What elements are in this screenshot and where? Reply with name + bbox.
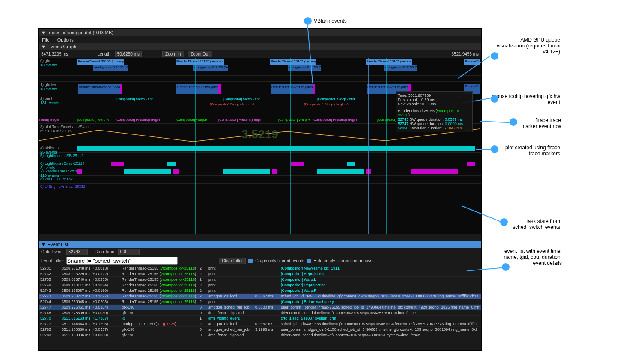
goto-event-input[interactable]	[66, 249, 88, 255]
annotation-task-state: task state from sched_switch events	[504, 218, 560, 230]
length-label: Length:	[97, 52, 111, 56]
table-row[interactable]: 527773511.144643 ms (+0.1295)amdgpu_cs:0…	[39, 321, 481, 327]
hide-empty-checkbox[interactable]	[307, 259, 311, 263]
event-filter-row: Event Filter: Clear Filter Graph only fi…	[39, 256, 481, 266]
track-lighthouse-usb[interactable]: 5) LighthouseUSB-25112	[39, 153, 481, 160]
table-row[interactable]: 527703511.015163 ms (+1.7367)-01drm_vbla…	[39, 316, 481, 321]
track-uiengine[interactable]: 9) UIEngineAnimati-25332	[39, 184, 481, 193]
table-row[interactable]: 527443509.259045 ms (+0.0203)RenderThrea…	[39, 299, 481, 305]
zoom-in-button[interactable]: Zoom In	[162, 51, 184, 57]
zoom-out-button[interactable]: Zoom Out	[188, 51, 212, 57]
window-title: traces_x/amdgpu.dat (9.03 MB)	[48, 30, 113, 35]
table-row[interactable]: 527403509.119111 ms (+0.1024)RenderThrea…	[39, 282, 481, 288]
tooltip: Time: 3511.907739 Prev vblank: -0.89 ms …	[396, 91, 473, 132]
gfxhw-block[interactable]: RenderThread-25155 (vrcompositor-25118)	[78, 84, 120, 94]
annotation-tooltip: mouse tooltip hovering gfx hw event	[492, 93, 560, 105]
table-row[interactable]: 527433509.238712 ms (+0.1027)RenderThrea…	[39, 294, 481, 299]
annotation-amd-gpu: AMD GPU queue visualization (requires Li…	[492, 37, 560, 55]
gfxhw-block[interactable]: RenderThread-25155 (vrcompositor-25118)	[271, 84, 313, 94]
end-time: 3521.9455 ms	[452, 52, 479, 56]
length-field[interactable]: 50.6250 ms	[115, 51, 142, 57]
goto-time-input[interactable]	[118, 249, 140, 255]
gfx-block[interactable]: RenderThread-25155 (vrcompo	[366, 59, 412, 65]
events-graph-header[interactable]: ▼ Events Graph	[39, 43, 481, 50]
gfx-block[interactable]: amdgpu_cs:0-1150 (X	[384, 65, 417, 71]
event-list-label: Event List	[48, 242, 68, 247]
event-list-header[interactable]: ▼ Event List	[39, 241, 481, 248]
track-idle[interactable]: 4) <idle>-025 events	[39, 145, 481, 153]
gfxhw-block[interactable]: RenderThread-25155 (vrcompositor-25118)	[176, 84, 218, 94]
titlebar: ▼ traces_x/amdgpu.dat (9.03 MB)	[39, 29, 481, 36]
track-gfx[interactable]: 0) gfx13 events RenderThread-25155 (vrco…	[39, 58, 481, 76]
table-row[interactable]: 527313508.981048 ms (+0.0013)RenderThrea…	[39, 266, 481, 271]
plot-value: 3.5219	[242, 128, 278, 141]
gfx-block[interactable]: amdgpu_cs:0-1150 (X	[93, 65, 128, 71]
events-graph-label: Events Graph	[48, 44, 76, 49]
track-lighthouse-direc[interactable]: 6) LighthouseDirec-251143 events	[39, 160, 481, 168]
gfx-block[interactable]: RenderThread-25155 (vrcompo	[176, 59, 224, 65]
menu-file[interactable]: File	[42, 37, 50, 42]
annotation-dot	[500, 218, 508, 226]
annotation-plot: plot created using ftrace trace markers	[500, 145, 560, 157]
annotation-dot	[491, 52, 498, 60]
graph-area[interactable]: 0) gfx13 events RenderThread-25155 (vrco…	[39, 58, 481, 234]
filter-label: Event Filter:	[41, 258, 64, 263]
graph-only-label: Graph only filtered events	[255, 258, 304, 263]
menubar: File Options	[39, 36, 481, 43]
annotation-vblank: VBlank events	[314, 18, 347, 24]
table-row[interactable]: 527833511.183396 ms (+0.0030)gfx-1900dma…	[39, 332, 481, 338]
annotation-ftrace: ftrace trace marker event row	[518, 117, 561, 129]
table-row[interactable]: 527483509.278509 ms (+0.0030)gfx-1900dma…	[39, 310, 481, 316]
gfx-block[interactable]: RenderThread-25155 (vrcompo	[270, 59, 316, 65]
clear-filter-button[interactable]: Clear Filter	[219, 258, 246, 264]
collapse-icon[interactable]: ▼	[41, 30, 46, 35]
table-row[interactable]: 527353509.016740 ms (+0.0235)RenderThrea…	[39, 277, 481, 282]
track-vrmonitor[interactable]: 8) vrmonitor-25162	[39, 176, 481, 184]
gfx-block[interactable]: amdgpu_cs:0-1150 (Xo	[193, 65, 228, 71]
goto-time-label: Goto Time:	[95, 249, 116, 254]
filter-input[interactable]	[66, 257, 178, 265]
start-time: 3471.3205 ms	[41, 52, 68, 56]
collapse-icon[interactable]: ▼	[41, 242, 46, 247]
table-row[interactable]: 527423509.135987 ms (+0.0169)RenderThrea…	[39, 288, 481, 294]
graph-only-checkbox[interactable]	[248, 259, 253, 263]
event-table[interactable]: 527313508.981048 ms (+0.0013)RenderThrea…	[39, 266, 481, 338]
goto-event-label: Goto Event:	[41, 249, 64, 254]
table-row[interactable]: 527473509.275461 ms (+0.0164)gfx-1900amd…	[39, 305, 481, 310]
menu-options[interactable]: Options	[57, 37, 74, 42]
collapse-icon[interactable]: ▼	[41, 44, 46, 49]
table-row[interactable]: 527823511.180360 ms (+0.0357)gfx-1900amd…	[39, 327, 481, 332]
graph-controls: 3471.3205 ms Length: 50.6250 ms Zoom In …	[39, 50, 481, 58]
gfx-block[interactable]: RenderThread-25155 (vrcompo	[77, 59, 124, 65]
annotation-dot	[491, 95, 498, 103]
hide-empty-label: Hide empty filtered comm rows	[313, 258, 372, 263]
table-row[interactable]: 527323508.993229 ms (+0.0122)RenderThrea…	[39, 271, 481, 277]
event-list-controls: Goto Event: Goto Time:	[39, 248, 481, 256]
track-renderthread[interactable]: 7) RenderThread-25155116 events	[39, 168, 481, 176]
gfx-block[interactable]: amdgpu_cs:0-1150 (X	[288, 65, 321, 71]
app-window: ▼ traces_x/amdgpu.dat (9.03 MB) File Opt…	[38, 28, 482, 351]
